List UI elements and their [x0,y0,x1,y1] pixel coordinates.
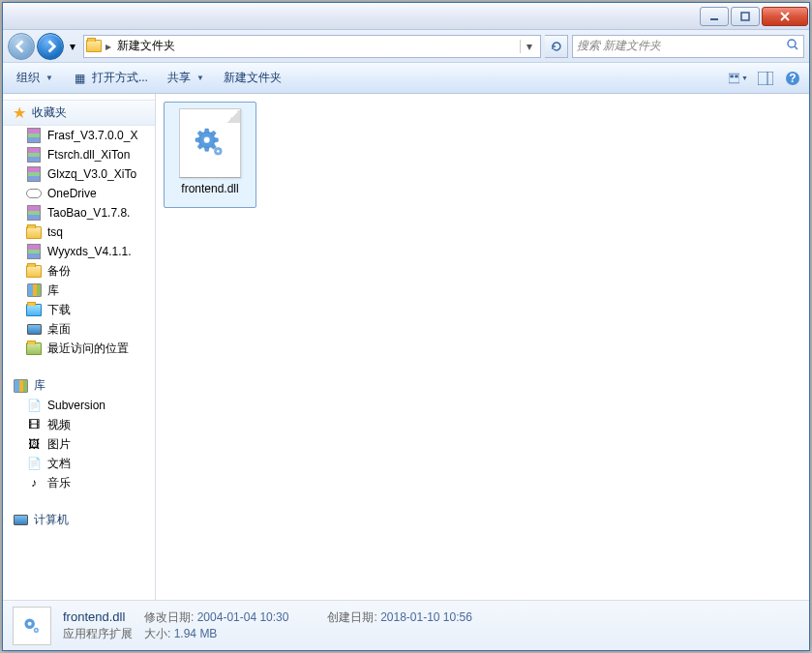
open-with-menu[interactable]: ▦打开方式... [65,66,156,90]
sidebar-item[interactable]: 下载 [3,300,155,319]
file-list[interactable]: frontend.dll [156,94,809,600]
cloud-icon [26,186,42,201]
archive-icon [26,147,42,163]
modified-label: 修改日期: [144,610,194,624]
share-menu[interactable]: 共享▼ [160,66,212,90]
size-label: 大小: [144,627,170,640]
file-name-label: frontend.dll [181,182,238,195]
dll-file-icon [179,108,241,178]
refresh-button[interactable] [545,35,568,58]
doc-icon: 📄 [26,398,42,413]
details-pane: frontend.dll 应用程序扩展 修改日期: 2004-01-04 10:… [3,600,809,650]
archive-icon [26,166,42,182]
svg-text:?: ? [789,72,796,85]
created-value: 2018-01-10 10:56 [380,610,472,624]
forward-button[interactable] [37,33,64,60]
sidebar-item[interactable]: 📄Subversion [3,396,155,415]
app-icon: ▦ [73,71,88,86]
address-dropdown[interactable]: ▾ [520,40,538,53]
sidebar-item[interactable]: 🖼图片 [3,434,155,454]
sidebar-item[interactable]: Wyyxds_V4.1.1. [3,242,155,261]
libraries-header[interactable]: 库 [3,375,155,396]
sidebar-item[interactable]: ♪音乐 [3,473,155,492]
sidebar-item[interactable]: 库 [3,281,155,300]
file-item-selected[interactable]: frontend.dll [164,102,256,208]
sidebar-item[interactable]: Glxzq_V3.0_XiTo [3,164,155,184]
music-icon: ♪ [26,475,42,490]
svg-rect-4 [730,74,733,77]
sidebar-item[interactable]: tsq [3,223,155,242]
titlebar [3,3,809,30]
folder-icon [26,263,42,279]
picture-icon: 🖼 [26,436,42,452]
folder-icon [26,224,42,240]
sidebar-item[interactable]: TaoBao_V1.7.8. [3,203,155,223]
star-icon: ★ [13,105,26,121]
library-icon [26,282,42,298]
help-button[interactable]: ? [782,69,803,88]
svg-point-11 [203,136,210,143]
recent-icon [26,341,42,356]
svg-rect-5 [735,74,737,77]
svg-rect-1 [741,13,749,20]
back-button[interactable] [8,33,35,60]
svg-point-2 [788,40,796,47]
details-file-icon [13,607,51,645]
details-filename: frontend.dll [63,609,133,624]
svg-rect-6 [758,72,773,85]
archive-icon [26,205,42,221]
details-filetype: 应用程序扩展 [63,626,133,642]
organize-menu[interactable]: 组织▼ [9,66,61,90]
search-input[interactable]: 搜索 新建文件夹 [572,35,804,58]
created-label: 创建日期: [327,610,376,624]
sidebar-item[interactable]: 📄文档 [3,454,155,473]
svg-point-13 [217,150,220,153]
navigation-pane: ★收藏夹 Frasf_V3.7.0.0_X Ftsrch.dll_XiTon G… [3,94,156,600]
explorer-window: ▾ ▸ 新建文件夹 ▾ 搜索 新建文件夹 组织▼ ▦打开方式... 共享▼ 新建… [2,2,810,651]
document-icon: 📄 [26,456,42,471]
breadcrumb[interactable]: ▸ 新建文件夹 ▾ [83,35,541,58]
svg-point-17 [35,629,37,631]
library-icon [13,378,28,394]
computer-header[interactable]: 计算机 [3,510,155,530]
sidebar-item[interactable]: 备份 [3,261,155,281]
command-bar: 组织▼ ▦打开方式... 共享▼ 新建文件夹 ▼ ? [3,63,809,94]
address-bar: ▾ ▸ 新建文件夹 ▾ 搜索 新建文件夹 [3,30,809,63]
modified-value: 2004-01-04 10:30 [197,610,289,624]
size-value: 1.94 MB [174,627,218,640]
folder-icon [86,39,102,54]
maximize-button[interactable] [731,7,760,26]
nav-history-dropdown[interactable]: ▾ [66,36,79,57]
sidebar-item[interactable]: 桌面 [3,319,155,339]
svg-point-15 [28,621,32,625]
search-icon [786,38,799,54]
search-placeholder: 搜索 新建文件夹 [577,38,661,54]
sidebar-item[interactable]: OneDrive [3,184,155,203]
sidebar-item[interactable]: Frasf_V3.7.0.0_X [3,126,155,145]
sidebar-item[interactable]: 最近访问的位置 [3,339,155,358]
archive-icon [26,128,42,143]
breadcrumb-separator[interactable]: ▸ [102,40,115,53]
minimize-button[interactable] [700,7,729,26]
svg-rect-0 [710,18,718,20]
sidebar-item[interactable]: 🎞视频 [3,415,155,434]
favorites-header[interactable]: ★收藏夹 [3,100,155,126]
computer-icon [13,513,28,528]
sidebar-item[interactable]: Ftsrch.dll_XiTon [3,145,155,164]
video-icon: 🎞 [26,417,42,432]
download-icon [26,302,42,317]
desktop-icon [26,321,42,337]
view-options-button[interactable]: ▼ [728,69,749,88]
archive-icon [26,244,42,259]
close-button[interactable] [762,7,808,26]
breadcrumb-current[interactable]: 新建文件夹 [115,38,177,54]
preview-pane-button[interactable] [755,69,776,88]
new-folder-button[interactable]: 新建文件夹 [216,66,289,90]
